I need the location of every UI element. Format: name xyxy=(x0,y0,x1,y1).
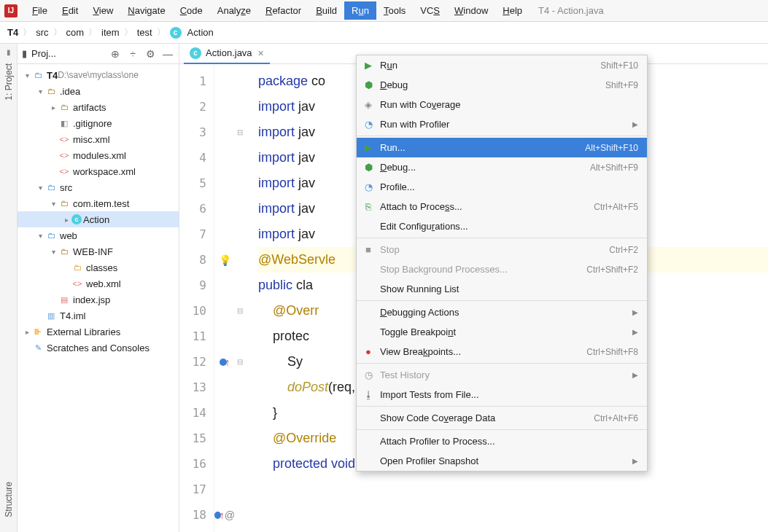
line-number[interactable]: 14 xyxy=(179,400,214,426)
menu-file[interactable]: File xyxy=(25,1,55,20)
menu-vcs[interactable]: VCS xyxy=(413,1,447,20)
gutter-icon[interactable] xyxy=(214,94,235,120)
tree-item[interactable]: <>misc.xml xyxy=(18,131,179,147)
fold-icon[interactable] xyxy=(235,222,245,247)
menu-item[interactable]: Show Code Coverage DataCtrl+Alt+F6 xyxy=(357,408,647,428)
gutter-icon[interactable] xyxy=(214,273,235,298)
gutter-icon[interactable]: 💡 xyxy=(214,247,235,273)
line-number[interactable]: 4 xyxy=(179,145,214,171)
menu-refactor[interactable]: Refactor xyxy=(258,1,309,20)
line-number[interactable]: 9 xyxy=(179,273,214,298)
gutter-icon[interactable] xyxy=(214,145,235,171)
menu-edit[interactable]: Edit xyxy=(55,1,85,20)
line-number[interactable]: 17 xyxy=(179,477,214,502)
editor-tab[interactable]: c Action.java × xyxy=(184,44,270,64)
collapse-icon[interactable]: — xyxy=(161,47,174,60)
gear-icon[interactable]: ⚙ xyxy=(144,47,157,60)
fold-icon[interactable] xyxy=(235,273,245,298)
menu-item[interactable]: Toggle Breakpoint▶ xyxy=(357,322,647,342)
line-number[interactable]: 2 xyxy=(179,94,214,120)
tree-item[interactable]: <>workspace.xml xyxy=(18,163,179,179)
tree-item[interactable]: ▤index.jsp xyxy=(18,292,179,308)
line-number[interactable]: 10 xyxy=(179,298,214,324)
fold-icon[interactable]: ⊟ xyxy=(235,298,245,324)
tree-item[interactable]: ▾🗀src xyxy=(18,179,179,195)
line-number[interactable]: 12 xyxy=(179,349,214,375)
fold-icon[interactable] xyxy=(235,426,245,451)
menu-item[interactable]: ◈Run with Coverage xyxy=(357,95,647,114)
breadcrumb-root[interactable]: T4 xyxy=(7,27,18,38)
fold-icon[interactable] xyxy=(235,400,245,426)
tree-item[interactable]: ◧.gitignore xyxy=(18,115,179,131)
menu-item[interactable]: ⎘Attach to Process...Ctrl+Alt+F5 xyxy=(357,197,647,216)
menu-item[interactable]: ◔Run with Profiler▶ xyxy=(357,114,647,134)
menu-item[interactable]: ⭳Import Tests from File... xyxy=(357,385,647,404)
breadcrumb-item[interactable]: src xyxy=(36,27,48,38)
tree-item[interactable]: ▾🗀web xyxy=(18,227,179,243)
fold-icon[interactable] xyxy=(235,171,245,196)
gutter-icon[interactable]: ↑@ xyxy=(214,502,235,528)
line-number[interactable]: 18 xyxy=(179,502,214,528)
tree-item[interactable]: 🗀classes xyxy=(18,259,179,275)
tree-item[interactable]: ✎Scratches and Consoles xyxy=(18,340,179,356)
gutter-icon[interactable] xyxy=(214,222,235,247)
target-icon[interactable]: ⊕ xyxy=(109,47,122,60)
panel-title[interactable]: Proj... xyxy=(31,48,56,59)
menu-item[interactable]: ⬢DebugShift+F9 xyxy=(357,75,647,95)
menu-run[interactable]: Run xyxy=(344,1,376,20)
menu-item[interactable]: Edit Configurations... xyxy=(357,216,647,236)
line-number[interactable]: 1 xyxy=(179,69,214,94)
menu-item[interactable]: Debugging Actions▶ xyxy=(357,302,647,322)
menu-item[interactable]: ▶RunShift+F10 xyxy=(357,55,647,75)
gutter-icon[interactable] xyxy=(214,298,235,324)
fold-icon[interactable]: ⊟ xyxy=(235,349,245,375)
menu-item[interactable]: Open Profiler Snapshot▶ xyxy=(357,451,647,471)
collapse-icon[interactable]: ▮ xyxy=(7,48,11,56)
fold-icon[interactable] xyxy=(235,324,245,349)
fold-icon[interactable]: ⊟ xyxy=(235,120,245,145)
gutter-icon[interactable] xyxy=(214,69,235,94)
menu-analyze[interactable]: Analyze xyxy=(210,1,258,20)
tree-item[interactable]: ▸🗀artifacts xyxy=(18,99,179,115)
menu-item[interactable]: ⬢Debug...Alt+Shift+F9 xyxy=(357,157,647,177)
menu-item[interactable]: Show Running List xyxy=(357,279,647,299)
menu-code[interactable]: Code xyxy=(173,1,210,20)
line-number[interactable]: 8 xyxy=(179,247,214,273)
tree-item[interactable]: ▾🗀WEB-INF xyxy=(18,243,179,259)
menu-build[interactable]: Build xyxy=(309,1,344,20)
gutter-icon[interactable] xyxy=(214,400,235,426)
tree-item[interactable]: ▾🗀.idea xyxy=(18,83,179,99)
gutter-icon[interactable] xyxy=(214,196,235,222)
menu-help[interactable]: Help xyxy=(495,1,530,20)
menu-item[interactable]: ◔Profile... xyxy=(357,177,647,197)
line-number[interactable]: 16 xyxy=(179,451,214,477)
close-icon[interactable]: × xyxy=(258,47,264,59)
gutter-icon[interactable] xyxy=(214,426,235,451)
breadcrumb-item[interactable]: item xyxy=(101,27,120,38)
tree-item[interactable]: ▥T4.iml xyxy=(18,308,179,324)
divider-icon[interactable]: ÷ xyxy=(126,47,139,60)
menu-item[interactable]: ▶Run...Alt+Shift+F10 xyxy=(357,138,647,157)
gutter-icon[interactable] xyxy=(214,171,235,196)
fold-icon[interactable] xyxy=(235,196,245,222)
gutter-icon[interactable] xyxy=(214,477,235,502)
tree-item[interactable]: ▾🗀T4 D:\save\myclass\one xyxy=(18,67,179,83)
gutter-icon[interactable] xyxy=(214,324,235,349)
breadcrumb-item[interactable]: com xyxy=(66,27,85,38)
rail-structure-label[interactable]: Structure xyxy=(4,482,14,517)
project-tree[interactable]: ▾🗀T4 D:\save\myclass\one▾🗀.idea▸🗀artifac… xyxy=(18,64,179,532)
menu-tools[interactable]: Tools xyxy=(376,1,413,20)
tree-item[interactable]: ▸cAction xyxy=(18,211,179,227)
menu-item[interactable]: Attach Profiler to Process... xyxy=(357,431,647,451)
menu-window[interactable]: Window xyxy=(447,1,495,20)
fold-icon[interactable] xyxy=(235,451,245,477)
line-number[interactable]: 7 xyxy=(179,222,214,247)
tree-item[interactable]: <>web.xml xyxy=(18,275,179,292)
tree-item[interactable]: ▸⊪External Libraries xyxy=(18,324,179,340)
fold-icon[interactable] xyxy=(235,502,245,528)
line-number[interactable]: 5 xyxy=(179,171,214,196)
fold-icon[interactable] xyxy=(235,145,245,171)
menu-navigate[interactable]: Navigate xyxy=(120,1,172,20)
rail-project-label[interactable]: 1: Project xyxy=(4,63,14,101)
breadcrumb-leaf[interactable]: Action xyxy=(187,27,214,38)
